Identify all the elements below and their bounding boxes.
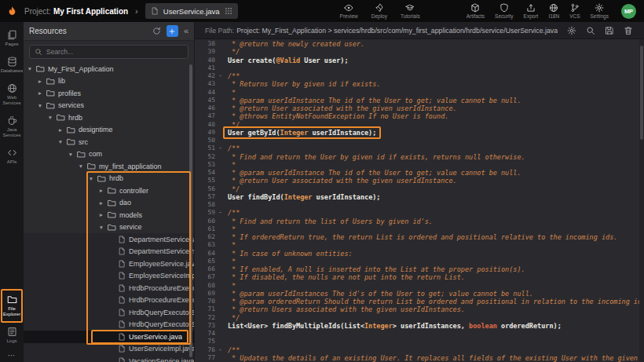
tree-file-employeeservice-java[interactable]: EmployeeService.java xyxy=(24,258,194,270)
code-line-49[interactable]: 49User getById(Integer userIdInstance); xyxy=(195,129,644,137)
code-line-75[interactable]: 75 xyxy=(195,338,644,346)
sidebar-item-databases[interactable]: Databases xyxy=(0,52,24,79)
code-line-39[interactable]: 39 */ xyxy=(195,48,644,56)
tree-folder-my-first-application[interactable]: ▾my_first_application xyxy=(24,160,194,173)
code-line-69[interactable]: 69 * @param userIdInstances The id's of … xyxy=(195,290,644,298)
tree-folder-services[interactable]: ▾services xyxy=(24,100,194,112)
tree-file-departmentservice-java[interactable]: DepartmentService.java xyxy=(24,233,194,246)
topbar-button-artifacts[interactable]: Artifacts xyxy=(467,3,485,19)
wavemaker-logo-flame-icon[interactable] xyxy=(6,5,18,17)
fold-marker-icon[interactable]: - xyxy=(215,346,225,354)
chevron-right-icon[interactable]: ▸ xyxy=(100,199,108,207)
chevron-down-icon[interactable]: ▾ xyxy=(79,163,87,170)
topbar-button-vcs[interactable]: VCS xyxy=(569,3,580,19)
code-line-54[interactable]: 54 * @param userIdInstance The id of the… xyxy=(195,169,644,177)
collapse-panel-icon[interactable]: « xyxy=(184,27,188,35)
tree-file-hrdbqueryexecutorserviceimpl-java[interactable]: HrdbQueryExecutorServiceImpl.java xyxy=(24,319,194,331)
chevron-right-icon[interactable]: ▸ xyxy=(59,126,67,133)
code-line-76[interactable]: 76-/** xyxy=(195,346,644,354)
fold-marker-icon[interactable]: - xyxy=(215,72,225,80)
topbar-button-settings[interactable]: Settings xyxy=(591,3,609,19)
tree-file-userserviceimpl-java[interactable]: UserServiceImpl.java xyxy=(24,343,194,356)
code-line-42[interactable]: 42-/** xyxy=(195,72,644,80)
tree-folder-src[interactable]: ▾src xyxy=(24,136,194,148)
chevron-right-icon[interactable]: ▸ xyxy=(38,78,46,85)
code-line-74[interactable]: 74 xyxy=(195,330,644,338)
tree-folder-lib[interactable]: ▸lib xyxy=(24,75,194,88)
sidebar-item-web-services[interactable]: Web Services xyxy=(0,79,24,111)
sidebar-item-logs[interactable]: Logs xyxy=(0,322,24,349)
tree-folder-com[interactable]: ▾com xyxy=(24,148,194,161)
code-line-61[interactable]: 61 * xyxy=(195,225,644,233)
code-line-44[interactable]: 44 * xyxy=(195,89,644,97)
topbar-button-export[interactable]: Export xyxy=(524,3,539,19)
code-line-72[interactable]: 72 */ xyxy=(195,314,644,322)
refresh-icon[interactable] xyxy=(152,27,161,35)
editor-settings-gear-icon[interactable] xyxy=(567,26,576,35)
code-line-43[interactable]: 43 * Returns User by given id if exists. xyxy=(195,80,644,88)
chevron-right-icon[interactable]: ▸ xyxy=(38,90,46,97)
editor-search-icon[interactable] xyxy=(586,26,595,35)
code-line-40[interactable]: 40User create(@Valid User user); xyxy=(195,57,644,64)
code-line-67[interactable]: 67 * If disabled, the nulls are not put … xyxy=(195,273,644,281)
topbar-button-preview[interactable]: Preview xyxy=(340,3,358,19)
chevron-right-icon[interactable]: › xyxy=(135,6,138,16)
tree-folder-hrdb[interactable]: ▾hrdb xyxy=(24,112,194,124)
chevron-right-icon[interactable]: ▸ xyxy=(100,211,108,218)
grid-icon[interactable] xyxy=(225,7,232,15)
sidebar-item-java-services[interactable]: Java Services xyxy=(0,111,24,143)
tree-folder-hrdb[interactable]: ▾hrdb xyxy=(24,173,194,185)
code-line-68[interactable]: 68 * xyxy=(195,282,644,290)
code-line-65[interactable]: 65 * xyxy=(195,258,644,265)
tree-folder-controller[interactable]: ▸controller xyxy=(24,185,194,197)
code-line-38[interactable]: 38 * @return the newly created user. xyxy=(195,40,644,48)
tab-userservice-java[interactable]: UserService.java xyxy=(145,3,238,19)
code-line-64[interactable]: 64 * In case of unknown entities: xyxy=(195,250,644,258)
code-line-46[interactable]: 46 * @return User associated with the gi… xyxy=(195,104,644,112)
chevron-down-icon[interactable]: ▾ xyxy=(69,151,77,158)
code-line-41[interactable]: 41 xyxy=(195,64,644,72)
code-line-70[interactable]: 70 * @param orderedReturn Should the ret… xyxy=(195,298,644,305)
tree-file-userservice-java[interactable]: UserService.java xyxy=(24,331,194,343)
user-avatar[interactable]: MP xyxy=(621,4,636,19)
code-line-55[interactable]: 55 * @return User associated with the gi… xyxy=(195,177,644,185)
code-line-73[interactable]: 73List<User> findByMultipleIds(List<Inte… xyxy=(195,322,644,330)
fold-marker-icon[interactable]: - xyxy=(215,209,225,217)
tree-folder-designtime[interactable]: ▸designtime xyxy=(24,124,194,137)
editor-save-icon[interactable] xyxy=(605,26,614,35)
code-line-53[interactable]: 53 * xyxy=(195,161,644,169)
tree-folder-dao[interactable]: ▸dao xyxy=(24,197,194,210)
chevron-down-icon[interactable]: ▾ xyxy=(59,138,67,145)
code-line-59[interactable]: 59-/** xyxy=(195,209,644,217)
fold-marker-icon[interactable]: - xyxy=(215,144,225,152)
sidebar-item-file-explorer[interactable]: File Explorer xyxy=(0,290,24,322)
chevron-down-icon[interactable]: ▾ xyxy=(100,224,108,231)
tree-folder-models[interactable]: ▸models xyxy=(24,209,194,221)
add-resource-button[interactable] xyxy=(166,25,178,37)
code-line-56[interactable]: 56 */ xyxy=(195,185,644,193)
editor-delete-trash-icon[interactable] xyxy=(624,26,633,35)
topbar-button-i18n[interactable]: I18N xyxy=(548,3,559,19)
chevron-right-icon[interactable]: ▸ xyxy=(100,187,108,194)
code-area[interactable]: 38 * @return the newly created user.39 *… xyxy=(195,39,644,362)
code-line-57[interactable]: 57User findById(Integer userIdInstance); xyxy=(195,193,644,201)
code-line-47[interactable]: 47 * @throws EntityNotFoundException If … xyxy=(195,112,644,120)
tree-file-vacationservice-java[interactable]: VacationService.java xyxy=(24,355,194,362)
tree-folder-service[interactable]: ▾service xyxy=(24,221,194,234)
sidebar-item-apis[interactable]: APIs xyxy=(0,143,24,170)
code-line-58[interactable]: 58 xyxy=(195,201,644,209)
search-input[interactable] xyxy=(46,48,183,56)
code-line-48[interactable]: 48 */ xyxy=(195,121,644,129)
chevron-down-icon[interactable]: ▾ xyxy=(38,102,46,109)
tree-folder-profiles[interactable]: ▸profiles xyxy=(24,87,194,100)
code-line-71[interactable]: 71 * @return Users associated with the g… xyxy=(195,305,644,313)
chevron-down-icon[interactable]: ▾ xyxy=(90,175,97,182)
tree-folder-my-first-application[interactable]: ▾My_First_Application xyxy=(24,63,194,75)
sidebar-more-button[interactable]: ⋯ xyxy=(0,349,24,360)
chevron-down-icon[interactable]: ▾ xyxy=(28,65,36,72)
code-line-52[interactable]: 52 * Find and return the User by given i… xyxy=(195,153,644,161)
project-name-label[interactable]: My First Application xyxy=(53,7,128,16)
topbar-button-security[interactable]: Security xyxy=(495,3,513,19)
search-box[interactable] xyxy=(29,45,188,59)
code-line-63[interactable]: 63 * xyxy=(195,241,644,249)
